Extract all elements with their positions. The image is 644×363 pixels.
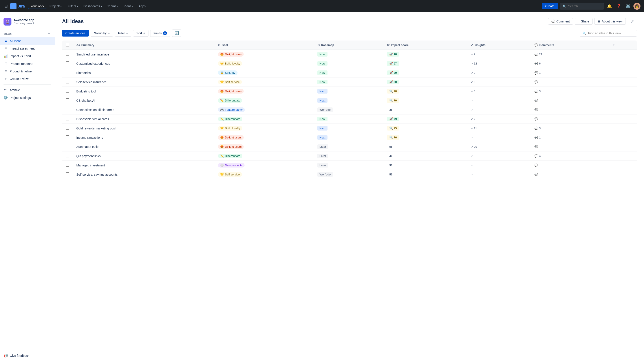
sort-button[interactable]: Sort + — [133, 30, 148, 37]
table-row[interactable]: Instant transactions 😍 Delight users Nex… — [62, 133, 637, 142]
row-select-checkbox[interactable] — [66, 163, 69, 167]
sidebar-views: ≡All ideas≡Impact assesment📊Impact vs Ef… — [0, 37, 55, 83]
row-summary[interactable]: Managed investment — [73, 161, 214, 170]
sidebar-item-impact-vs-effort[interactable]: 📊Impact vs Effort — [0, 52, 55, 60]
table-row[interactable]: Contactless on all platforms 🎮 Feature p… — [62, 105, 637, 115]
row-select-checkbox[interactable] — [66, 80, 69, 83]
row-summary[interactable]: Biometrics — [73, 68, 214, 78]
row-summary[interactable]: Gold rewards marketing push — [73, 124, 214, 133]
sidebar-item-archive[interactable]: 🗃 Archive — [0, 86, 55, 94]
create-a-view-icon: + — [4, 77, 8, 81]
fields-button[interactable]: Fields 6 — [150, 30, 170, 37]
sidebar-item-product-timeline[interactable]: ≡Product timeline — [0, 68, 55, 75]
nav-item-filters[interactable]: Filters▾ — [66, 3, 80, 9]
row-select-checkbox[interactable] — [66, 108, 69, 111]
table-row[interactable]: Customised experiences 🤝 Build loyalty N… — [62, 59, 637, 68]
views-header: VIEWS + — [0, 29, 55, 37]
toolbar-search[interactable]: 🔍 — [580, 30, 637, 37]
table-row[interactable]: Disposable virtual cards ✏️ Differentiat… — [62, 115, 637, 124]
comments-col-icon: 💬 — [534, 43, 538, 47]
row-select-checkbox[interactable] — [66, 145, 69, 148]
row-select-checkbox[interactable] — [66, 71, 69, 74]
sidebar-feedback[interactable]: 📢 Give feedback — [0, 352, 55, 359]
row-goal: 🤝 Build loyalty — [214, 124, 314, 133]
search-input[interactable] — [568, 5, 601, 8]
row-select-checkbox[interactable] — [66, 126, 69, 130]
table-row[interactable]: Managed investment ⚪ New products Later … — [62, 161, 637, 170]
chevron-down-icon: ▾ — [61, 5, 62, 8]
row-checkbox — [62, 96, 73, 105]
row-select-checkbox[interactable] — [66, 98, 69, 102]
filter-button[interactable]: Filter + — [115, 30, 131, 37]
row-summary[interactable]: Budgeting tool — [73, 87, 214, 96]
chevron-down-icon: ▾ — [77, 5, 78, 8]
row-summary[interactable]: Customised experiences — [73, 59, 214, 68]
row-select-checkbox[interactable] — [66, 154, 69, 157]
refresh-button[interactable]: 🔄 — [172, 30, 181, 37]
row-summary[interactable]: QR payment links — [73, 151, 214, 161]
row-select-checkbox[interactable] — [66, 117, 69, 120]
create-button[interactable]: Create — [542, 3, 558, 9]
comment-button[interactable]: 💬 Comment — [548, 18, 573, 25]
row-summary[interactable]: Self-service insurance — [73, 78, 214, 87]
row-goal: 💛 Self service — [214, 78, 314, 87]
table-row[interactable]: CS chatbot AI ✏️ Differentiate Next 🔍 70… — [62, 96, 637, 105]
row-summary[interactable]: Self service: savings accounts — [73, 170, 214, 179]
idea-search-input[interactable] — [588, 32, 632, 35]
nav-item-your-work[interactable]: Your work — [28, 3, 46, 9]
sidebar-item-label: All ideas — [10, 39, 21, 43]
expand-button[interactable]: ⤢ — [628, 18, 637, 25]
row-summary[interactable]: Automated tasks — [73, 142, 214, 151]
sidebar-item-product-roadmap[interactable]: ⊞Product roadmap — [0, 60, 55, 68]
table-row[interactable]: Biometrics 🔒 Security Now 🚀 80 ↗2 💬1 — [62, 68, 637, 78]
row-summary[interactable]: Simplified user interface — [73, 50, 214, 59]
search-bar[interactable]: 🔍 — [560, 3, 604, 10]
about-view-button[interactable]: ☰ About this view — [594, 18, 626, 25]
help-icon[interactable]: ❓ — [615, 3, 622, 10]
row-extra — [609, 50, 637, 59]
table-row[interactable]: Self service: savings accounts 💛 Self se… — [62, 170, 637, 179]
row-comments: 💬21 — [531, 50, 609, 59]
sidebar-item-project-settings[interactable]: ⚙️ Project settings — [0, 94, 55, 102]
table-row[interactable]: Self-service insurance 💛 Self service No… — [62, 78, 637, 87]
row-select-checkbox[interactable] — [66, 89, 69, 93]
nav-item-teams[interactable]: Teams▾ — [105, 3, 120, 9]
roadmap-col-icon: ⊙ — [318, 43, 320, 47]
row-goal: 😍 Delight users — [214, 50, 314, 59]
main-content: All ideas 💬 Comment ↑ Share ☰ About this… — [55, 12, 644, 363]
row-summary[interactable]: Instant transactions — [73, 133, 214, 142]
nav-item-apps[interactable]: Apps▾ — [136, 3, 150, 9]
share-button[interactable]: ↑ Share — [575, 18, 592, 25]
row-select-checkbox[interactable] — [66, 52, 69, 56]
group-by-button[interactable]: Group by + — [90, 30, 113, 37]
row-goal: 🤝 Build loyalty — [214, 59, 314, 68]
settings-icon[interactable]: ⚙️ — [624, 3, 632, 10]
add-view-button[interactable]: + — [46, 31, 51, 36]
row-summary[interactable]: Disposable virtual cards — [73, 115, 214, 124]
row-select-checkbox[interactable] — [66, 135, 69, 139]
table-row[interactable]: Gold rewards marketing push 🤝 Build loya… — [62, 124, 637, 133]
table-row[interactable]: QR payment links ✏️ Differentiate Later … — [62, 151, 637, 161]
nav-item-dashboards[interactable]: Dashboards▾ — [81, 3, 104, 9]
table-row[interactable]: Budgeting tool 😍 Delight users Next 🔍 78… — [62, 87, 637, 96]
sidebar-item-create-a-view[interactable]: +Create a view — [0, 75, 55, 83]
row-summary[interactable]: CS chatbot AI — [73, 96, 214, 105]
sidebar-item-impact-assesment[interactable]: ≡Impact assesment — [0, 45, 55, 52]
nav-item-projects[interactable]: Projects▾ — [47, 3, 65, 9]
select-all-checkbox[interactable] — [66, 43, 69, 47]
row-select-checkbox[interactable] — [66, 61, 69, 65]
grid-icon[interactable]: ⊞ — [4, 3, 8, 10]
row-goal: ⚪ New products — [214, 161, 314, 170]
sidebar-item-all-ideas[interactable]: ≡All ideas — [0, 37, 55, 45]
create-idea-button[interactable]: Create an idea — [62, 30, 89, 37]
jira-logo[interactable]: Jira — [10, 3, 25, 9]
notifications-icon[interactable]: 🔔 — [606, 3, 613, 10]
row-select-checkbox[interactable] — [66, 172, 69, 176]
row-summary[interactable]: Contactless on all platforms — [73, 105, 214, 115]
chevron-down-icon: ▾ — [101, 5, 102, 8]
add-column-button[interactable]: + — [612, 43, 615, 47]
table-row[interactable]: Automated tasks 😍 Delight users Later 56… — [62, 142, 637, 151]
nav-item-plans[interactable]: Plans▾ — [122, 3, 136, 9]
avatar[interactable]: 👩 — [634, 3, 640, 10]
table-row[interactable]: Simplified user interface 😍 Delight user… — [62, 50, 637, 59]
